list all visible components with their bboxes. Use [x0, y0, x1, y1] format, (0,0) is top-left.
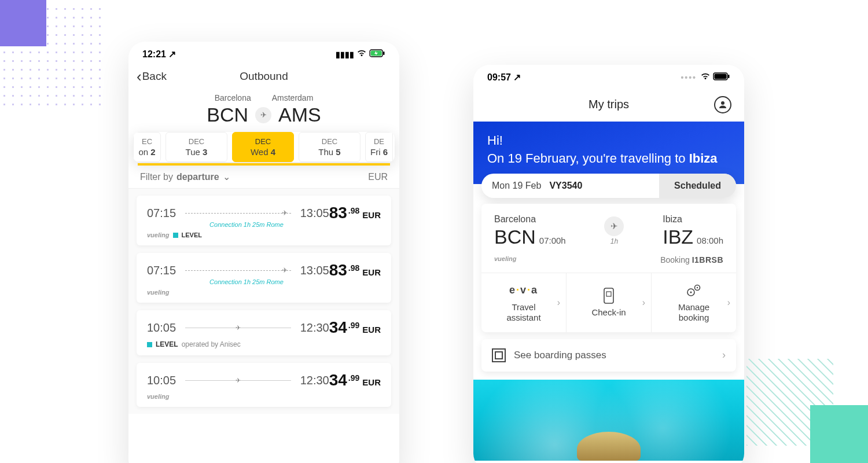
- user-icon: [718, 100, 728, 110]
- page-title: My trips: [589, 98, 629, 111]
- decoration-purple-square: [0, 0, 46, 46]
- departure-time: 07:15: [147, 207, 176, 220]
- date-tab[interactable]: DECWed 4: [232, 132, 294, 162]
- level-badge-icon: [173, 233, 178, 238]
- price-currency: EUR: [362, 267, 381, 277]
- date-tab[interactable]: DECThu 5: [299, 132, 361, 162]
- trip-status-button[interactable]: Scheduled: [659, 174, 736, 198]
- operated-by: operated by Anisec: [182, 340, 241, 348]
- from-column: Barcelona BCN 07:00h: [494, 214, 566, 248]
- airline-row: vueling LEVEL: [147, 232, 381, 238]
- hero-greeting: Hi!: [487, 132, 730, 150]
- booking-reference: Booking I1BRSB: [660, 255, 723, 264]
- flight-times: 10:05✈12:30: [147, 321, 329, 335]
- flight-times: 07:15✈13:05: [147, 264, 329, 277]
- eva-logo-icon: e·v·a: [509, 284, 538, 296]
- trip-pill-info[interactable]: Mon 19 Feb VY3540: [481, 174, 659, 198]
- battery-icon: [713, 72, 730, 82]
- chevron-right-icon: ›: [727, 297, 730, 308]
- decoration-teal-square: [810, 405, 868, 463]
- header: My trips: [473, 90, 744, 122]
- svg-rect-8: [606, 292, 611, 296]
- date-month: DEC: [166, 137, 227, 146]
- flight-card[interactable]: 10:05✈12:3034.99EURLEVEL operated by Ani…: [137, 310, 391, 355]
- action-label: Travel assistant: [506, 302, 540, 323]
- currency-label: EUR: [368, 172, 388, 182]
- price: 34.99EUR: [329, 318, 381, 337]
- to-code: AMS: [278, 104, 321, 126]
- price-currency: EUR: [362, 377, 381, 387]
- back-button[interactable]: ‹ Back: [137, 69, 167, 84]
- date-month: DEC: [299, 137, 360, 146]
- phone-qr-icon: [602, 288, 615, 304]
- price-main: 83: [329, 261, 347, 280]
- status-bar: 09:57 ↗ ••••: [473, 65, 744, 90]
- profile-button[interactable]: [714, 96, 731, 113]
- signal-icon: ▮▮▮▮: [336, 50, 354, 59]
- svg-rect-2: [383, 52, 385, 55]
- checkin-button[interactable]: Check-in ›: [567, 273, 652, 332]
- trip-actions: e·v·a Travel assistant › Check-in › Mana…: [481, 273, 736, 332]
- to-city: Amsterdam: [272, 93, 314, 102]
- plane-small-icon: ✈: [236, 324, 241, 332]
- airline-row: vueling: [147, 393, 381, 400]
- wifi-icon: [700, 72, 711, 82]
- price-main: 34: [329, 371, 347, 389]
- svg-rect-7: [604, 288, 613, 303]
- from-city: Barcelona: [215, 93, 251, 102]
- boarding-label: See boarding passes: [514, 350, 722, 361]
- date-tab[interactable]: ECon 2: [133, 132, 161, 162]
- manage-booking-button[interactable]: Manage booking ›: [652, 273, 736, 332]
- boarding-passes-button[interactable]: See boarding passes ›: [481, 339, 736, 372]
- trip-plane: ✈ 1h: [604, 216, 624, 245]
- location-icon: ↗: [513, 72, 521, 82]
- flight-line: ✈: [185, 328, 291, 328]
- svg-point-10: [690, 291, 692, 293]
- wifi-icon: [356, 49, 367, 59]
- trip-meta: vueling Booking I1BRSB: [481, 253, 736, 273]
- plane-icon: ✈: [255, 107, 271, 123]
- arrival-time: 12:30: [300, 374, 329, 387]
- price-decimal: .98: [348, 263, 359, 273]
- flight-card[interactable]: 10:05✈12:3034.99EURvueling: [137, 363, 391, 407]
- price-decimal: .98: [348, 206, 359, 215]
- airline-vueling: vueling: [147, 393, 170, 400]
- trip-date: Mon 19 Feb: [492, 181, 541, 191]
- airline-vueling: vueling: [147, 232, 170, 238]
- level-badge-icon: [147, 342, 152, 347]
- flight-list: 07:15✈13:0583.98EURConnection 1h 25m Rom…: [128, 189, 399, 414]
- status-time: 09:57 ↗: [487, 72, 521, 83]
- from-time: 07:00h: [539, 236, 566, 245]
- nav-header: ‹ Back Outbound: [128, 67, 399, 91]
- departure-time: 10:05: [147, 321, 176, 335]
- battery-charging-icon: [369, 49, 385, 59]
- chevron-right-icon: ›: [722, 349, 726, 361]
- status-icons: ▮▮▮▮: [336, 49, 385, 59]
- date-tab[interactable]: DEFri 6: [365, 132, 393, 162]
- gears-icon: [685, 282, 703, 299]
- price-currency: EUR: [362, 210, 381, 220]
- flight-times: 10:05✈12:30: [147, 374, 329, 387]
- action-label: Check-in: [591, 307, 626, 318]
- phone-mytrips: 09:57 ↗ •••• My trips Hi! On 19 February…: [473, 65, 744, 463]
- arrival-time: 13:05: [300, 207, 329, 220]
- phone-outbound: 12:21 ↗ ▮▮▮▮ ‹ Back Outbound Barcelona A…: [128, 42, 399, 463]
- chevron-right-icon: ›: [642, 297, 645, 308]
- date-strip[interactable]: ECon 2DECTue 3DECWed 4DECThu 5DEFri 6: [133, 132, 395, 162]
- date-day: Fri 6: [366, 147, 392, 157]
- svg-point-12: [697, 286, 698, 288]
- date-tab[interactable]: DECTue 3: [165, 132, 227, 162]
- flight-card[interactable]: 07:15✈13:0583.98EURConnection 1h 25m Rom…: [137, 253, 391, 303]
- travel-assistant-button[interactable]: e·v·a Travel assistant ›: [481, 273, 567, 332]
- airline-brand: vueling: [494, 255, 517, 264]
- flight-card[interactable]: 07:15✈13:0583.98EURConnection 1h 25m Rom…: [137, 196, 391, 245]
- boat-illustration: [577, 432, 641, 461]
- to-column: Ibiza IBZ 08:00h: [663, 214, 723, 248]
- trip-card: Barcelona BCN 07:00h ✈ 1h Ibiza IBZ 08:0…: [481, 204, 736, 332]
- price: 83.98EUR: [329, 261, 381, 280]
- filter-button[interactable]: Filter by departure ⌄: [140, 171, 230, 182]
- status-bar: 12:21 ↗ ▮▮▮▮: [128, 42, 399, 67]
- price: 34.99EUR: [329, 371, 381, 389]
- airline-level: LEVEL: [182, 232, 202, 238]
- chevron-left-icon: ‹: [137, 69, 142, 84]
